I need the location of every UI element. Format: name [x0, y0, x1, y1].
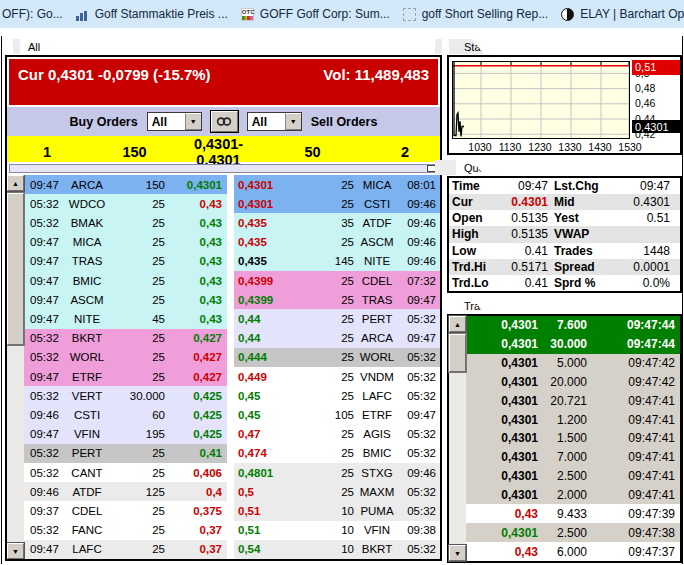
- ask-size: 25: [292, 486, 354, 498]
- ask-row[interactable]: 0,4525LAFC05:32: [234, 386, 440, 405]
- browser-tab[interactable]: ELAY | Barchart Opinio...: [561, 7, 684, 21]
- trades-scrollbar[interactable]: ▲ ▼: [449, 316, 466, 561]
- trade-row[interactable]: 0,436.00009:47:37: [466, 542, 680, 561]
- trade-row[interactable]: 0,430120.00009:47:42: [466, 373, 680, 392]
- bid-size: 150: [112, 179, 165, 191]
- chevron-down-icon[interactable]: ▼: [185, 113, 201, 130]
- ask-row[interactable]: 0,45105ETRF09:47: [234, 405, 440, 424]
- trade-row[interactable]: 0,43012.50009:47:38: [466, 523, 680, 542]
- horizontal-scrollbar[interactable]: [9, 164, 438, 173]
- bid-row[interactable]: 09:47ETRF250,427: [24, 367, 227, 386]
- bid-time: 05:32: [24, 332, 62, 344]
- sell-filter-dropdown[interactable]: All ▼: [247, 112, 302, 131]
- bid-row[interactable]: 09:47VFIN1950,425: [24, 425, 227, 444]
- ask-time: 09:46: [400, 198, 440, 210]
- ask-row[interactable]: 0,44925VNDM05:32: [234, 367, 440, 386]
- trade-row[interactable]: 0,439.43309:47:39: [466, 504, 680, 523]
- scrollbar-thumb[interactable]: [449, 334, 466, 372]
- bid-row[interactable]: 05:32BKRT250,427: [24, 329, 227, 348]
- link-filters-button[interactable]: [211, 111, 238, 132]
- scroll-down-icon[interactable]: ▼: [7, 543, 24, 559]
- bid-time: 05:32: [24, 467, 62, 479]
- ask-time: 05:32: [400, 351, 440, 363]
- quote-info-row: Cur0.4301Mid0.4301: [449, 194, 680, 210]
- bid-row[interactable]: 09:47TRAS250,43: [24, 252, 227, 271]
- trade-price: 0,4301: [466, 318, 538, 332]
- bid-row[interactable]: 09:46ATDF1250,4: [24, 482, 227, 501]
- ref-price-marker: 0,51: [632, 60, 680, 75]
- bid-row[interactable]: 05:32CANT250,406: [24, 463, 227, 482]
- bid-row[interactable]: 09:37CDEL250,375: [24, 501, 227, 520]
- price-line-chart: [453, 62, 629, 138]
- chevron-down-icon[interactable]: ▼: [285, 113, 301, 130]
- browser-tab[interactable]: goff Short Selling Rep...: [403, 7, 549, 21]
- bid-price: 0,43: [165, 198, 227, 210]
- intraday-chart-panel: 0,50,480,460,440,420,510,4301 1030113012…: [447, 55, 682, 155]
- ask-price: 0,47: [234, 428, 292, 440]
- bid-row[interactable]: 05:32VERT30.0000,425: [24, 386, 227, 405]
- ask-row[interactable]: 0,47425BMIC05:32: [234, 444, 440, 463]
- bid-row[interactable]: 09:47BMIC250,43: [24, 271, 227, 290]
- ask-row[interactable]: 0,4425ARCA09:47: [234, 329, 440, 348]
- bid-size: 25: [112, 447, 165, 459]
- browser-tab[interactable]: OFF): Go...: [2, 7, 63, 21]
- horizontal-scrollbar-thumb[interactable]: [427, 165, 436, 172]
- scrollbar-thumb[interactable]: [7, 193, 24, 345]
- bid-row[interactable]: 05:32WORL250,427: [24, 348, 227, 367]
- ask-row[interactable]: 0,4725AGIS05:32: [234, 425, 440, 444]
- bid-row[interactable]: 05:32PERT250,41: [24, 444, 227, 463]
- scroll-up-icon[interactable]: ▲: [449, 316, 466, 332]
- trade-price: 0,4301: [466, 375, 538, 389]
- ask-price: 0,54: [234, 543, 292, 555]
- bid-row[interactable]: 09:47NITE450,43: [24, 309, 227, 328]
- ask-row[interactable]: 0,43535ATDF09:46: [234, 213, 440, 232]
- scroll-up-icon[interactable]: ▲: [7, 175, 24, 191]
- chart-y-axis: 0,50,480,460,440,420,510,4301: [632, 61, 680, 139]
- ask-row[interactable]: 0,525MAXM05:32: [234, 482, 440, 501]
- orderbook-scrollbar[interactable]: ▲ ▼: [7, 175, 24, 559]
- bid-row[interactable]: 05:32BMAK250,43: [24, 213, 227, 232]
- bid-list: 09:47ARCA1500,430105:32WDCO250,4305:32BM…: [24, 175, 227, 559]
- bid-size: 25: [112, 217, 165, 229]
- scroll-down-icon[interactable]: ▼: [449, 545, 466, 561]
- bid-row[interactable]: 09:46CSTI600,425: [24, 405, 227, 424]
- quote-header: Cur 0,4301 -0,0799 (-15.7%) Vol: 11,489,…: [9, 59, 438, 105]
- trade-row[interactable]: 0,43017.00009:47:41: [466, 448, 680, 467]
- trade-row[interactable]: 0,43011.20009:47:41: [466, 410, 680, 429]
- ask-row[interactable]: 0,5110VFIN09:38: [234, 521, 440, 540]
- browser-tab-title: ELAY | Barchart Opinio...: [580, 7, 684, 21]
- ask-row[interactable]: 0,5110PUMA05:32: [234, 501, 440, 520]
- trade-row[interactable]: 0,43012.50009:47:41: [466, 467, 680, 486]
- bid-row[interactable]: 09:47MICA250,43: [24, 233, 227, 252]
- bid-row[interactable]: 09:47ARCA1500,4301: [24, 175, 227, 194]
- buy-filter-dropdown[interactable]: All ▼: [147, 112, 202, 131]
- trade-time: 09:47:42: [587, 356, 675, 370]
- ask-row[interactable]: 0,43525ASCM09:46: [234, 233, 440, 252]
- quote-label: Sprd %: [554, 276, 608, 290]
- ask-price: 0,4399: [234, 275, 292, 287]
- ask-row[interactable]: 0,439925TRAS09:47: [234, 290, 440, 309]
- browser-tab[interactable]: Goff Stammaktie Preis ...: [76, 7, 228, 21]
- ask-row[interactable]: 0,430125MICA08:01: [234, 175, 440, 194]
- ask-row[interactable]: 0,435145NITE09:46: [234, 252, 440, 271]
- ask-row[interactable]: 0,5410BKRT05:32: [234, 540, 440, 559]
- trade-row[interactable]: 0,430130.00009:47:44: [466, 335, 680, 354]
- trade-row[interactable]: 0,43011.50009:47:41: [466, 429, 680, 448]
- ask-row[interactable]: 0,480125STXG09:46: [234, 463, 440, 482]
- ask-row[interactable]: 0,4425PERT05:32: [234, 309, 440, 328]
- quote-label: VWAP: [554, 227, 608, 241]
- ask-market-maker: PERT: [354, 313, 400, 325]
- bid-row[interactable]: 05:32WDCO250,43: [24, 194, 227, 213]
- bid-row[interactable]: 09:47ASCM250,43: [24, 290, 227, 309]
- trade-row[interactable]: 0,43017.60009:47:44: [466, 316, 680, 335]
- ask-row[interactable]: 0,430125CSTI09:46: [234, 194, 440, 213]
- bid-row[interactable]: 05:32FANC250,37: [24, 521, 227, 540]
- trade-row[interactable]: 0,43015.00009:47:42: [466, 354, 680, 373]
- bid-size: 25: [112, 275, 165, 287]
- ask-row[interactable]: 0,44425WORL05:32: [234, 348, 440, 367]
- bid-row[interactable]: 09:47LAFC250,37: [24, 540, 227, 559]
- ask-row[interactable]: 0,439925CDEL07:32: [234, 271, 440, 290]
- trade-row[interactable]: 0,430120.72109:47:41: [466, 391, 680, 410]
- browser-tab[interactable]: OTCGOFF Goff Corp: Sum...: [241, 7, 390, 21]
- trade-row[interactable]: 0,43012.00009:47:41: [466, 486, 680, 505]
